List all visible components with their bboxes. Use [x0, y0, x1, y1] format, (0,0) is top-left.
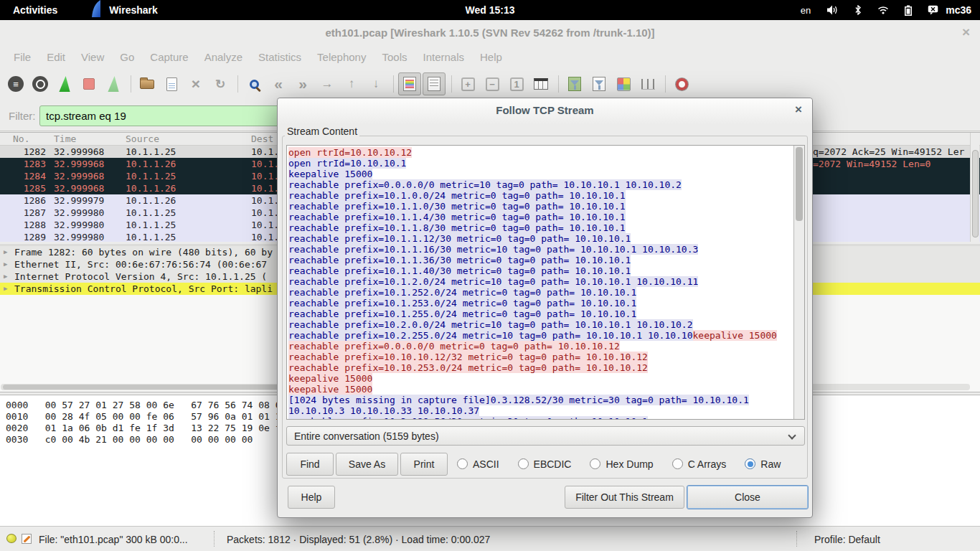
expander-icon[interactable]: ▶ [4, 248, 7, 255]
expander-icon[interactable]: ▶ [4, 260, 7, 268]
radio-hex-dump[interactable]: Hex Dump [590, 458, 653, 470]
activities-button[interactable]: Activities [7, 0, 63, 20]
capture-options-button[interactable] [29, 72, 52, 95]
column-header-no[interactable]: No. [13, 133, 29, 144]
menu-go[interactable]: Go [112, 51, 142, 63]
battery-icon[interactable] [905, 5, 912, 16]
scrollbar-thumb[interactable] [972, 150, 979, 237]
top-bar: Activities Wireshark Wed 15:13 en [0, 0, 980, 20]
open-capture-button[interactable] [136, 72, 159, 95]
capture-restart-button[interactable] [102, 72, 125, 95]
stream-segment-client: reachable prefix=10.1.1.4/30 metric=0 ta… [288, 212, 626, 222]
coloring-rules-button[interactable] [612, 72, 635, 95]
cell-src: 10.1.1.26 [126, 195, 176, 206]
help-button[interactable]: Help [288, 486, 335, 509]
packet-list-vscrollbar[interactable] [970, 133, 979, 242]
column-header-source[interactable]: Source [126, 133, 159, 144]
menu-analyze[interactable]: Analyze [197, 51, 250, 63]
dialog-titlebar[interactable]: Follow TCP Stream × [278, 98, 812, 127]
autoscroll-button[interactable] [423, 72, 446, 95]
go-forward-button[interactable]: » [291, 72, 314, 95]
menu-file[interactable]: File [6, 51, 39, 63]
zoom-100-button[interactable]: 1 [505, 72, 528, 95]
cell-src: 10.1.1.25 [126, 171, 176, 182]
find-packet-icon [250, 80, 259, 89]
radio-ebcdic[interactable]: EBCDIC [518, 458, 572, 470]
stream-segment-client: reachable prefix=10.2.0.0/24 metric=10 t… [288, 319, 693, 330]
user-menu-label[interactable]: mc36 [946, 4, 971, 16]
dialog-close-icon[interactable]: × [795, 103, 802, 117]
stream-segment-server: keepalive 15000 [693, 330, 777, 341]
resize-columns-button[interactable] [529, 72, 552, 95]
column-header-time[interactable]: Time [54, 133, 76, 144]
save-as-button[interactable]: Save As [336, 453, 398, 476]
capture-start-button[interactable] [53, 72, 76, 95]
column-header-dest[interactable]: Dest [251, 133, 273, 144]
menu-edit[interactable]: Edit [39, 51, 73, 63]
menu-statistics[interactable]: Statistics [250, 51, 309, 63]
reload-button[interactable]: ↻ [209, 72, 232, 95]
expander-icon[interactable]: ▶ [4, 273, 7, 280]
annotation-icon[interactable] [22, 534, 32, 544]
menu-tools[interactable]: Tools [374, 51, 415, 63]
expander-icon[interactable]: ▶ [4, 285, 7, 292]
close-button[interactable]: Close [687, 485, 809, 509]
window-close-icon[interactable]: × [962, 24, 970, 40]
go-back-button[interactable]: « [267, 72, 290, 95]
stream-line: reachable prefix=10.1.0.0/24 metric=0 ta… [288, 190, 793, 201]
colorize-button[interactable] [398, 72, 421, 95]
help-toolbar-button[interactable] [670, 72, 693, 95]
display-filter-button[interactable] [588, 72, 611, 95]
stream-line: reachable prefix=10.2.255.0/24 metric=10… [288, 330, 793, 341]
scrollbar-thumb[interactable] [796, 147, 803, 221]
capture-stop-button[interactable] [77, 72, 100, 95]
find-button[interactable]: Find [286, 453, 334, 476]
expert-info-icon[interactable] [6, 534, 17, 543]
stream-vscrollbar[interactable] [793, 146, 804, 419]
stream-line: 10.10.10.3 10.10.10.33 10.10.10.37 [288, 405, 793, 416]
go-top-button[interactable]: ↑ [340, 72, 363, 95]
stream-segment-client: reachable prefix=10.1.2.0/24 metric=10 t… [288, 276, 698, 287]
stream-segment-client: reachable prefix=10.1.0.0/24 metric=0 ta… [288, 190, 626, 201]
stream-line: reachable prefix=0.0.0.0/0 metric=10 tag… [288, 179, 793, 190]
status-profile[interactable]: Profile: Default [814, 534, 880, 545]
print-button[interactable]: Print [400, 453, 448, 476]
app-indicator[interactable]: Wireshark [90, 0, 158, 20]
go-to-packet-button[interactable]: → [316, 72, 339, 95]
zoom-out-button[interactable]: − [481, 72, 504, 95]
volume-icon[interactable] [826, 5, 839, 15]
cell-src: 10.1.1.25 [126, 146, 176, 157]
radio-ascii[interactable]: ASCII [457, 458, 499, 470]
wifi-icon[interactable] [877, 6, 889, 14]
save-capture-button[interactable] [160, 72, 183, 95]
menu-view[interactable]: View [73, 51, 112, 63]
status-bar: File: "eth101.pcap" 300 kB 00:0... Packe… [0, 526, 980, 551]
menu-internals[interactable]: Internals [415, 51, 472, 63]
conversation-select[interactable]: Entire conversation (5159 bytes) [286, 426, 805, 446]
stream-text-area[interactable]: open rtrId=10.10.10.12open rtrId=10.10.1… [286, 145, 805, 420]
radio-c-arrays[interactable]: C Arrays [672, 458, 727, 470]
find-packet-button[interactable] [242, 72, 265, 95]
menu-capture[interactable]: Capture [142, 51, 196, 63]
bluetooth-icon[interactable] [854, 5, 862, 15]
keyboard-layout-indicator[interactable]: en [801, 5, 811, 16]
zoom-in-button[interactable]: + [456, 72, 479, 95]
chat-icon[interactable] [928, 5, 938, 15]
preferences-button[interactable] [636, 72, 659, 95]
cell-src: 10.1.1.25 [126, 232, 176, 242]
filter-out-stream-button[interactable]: Filter Out This Stream [565, 486, 684, 509]
cell-no: 1288 [10, 220, 46, 230]
capture-options-icon [32, 76, 48, 92]
close-capture-button[interactable]: × [184, 72, 207, 95]
stream-segment-client: open rtrId=10.10.10.1 [288, 158, 406, 169]
radio-raw[interactable]: Raw [745, 458, 781, 470]
follow-tcp-stream-dialog: Follow TCP Stream × Stream Content open … [277, 98, 813, 518]
menu-help[interactable]: Help [472, 51, 510, 63]
list-interfaces-button[interactable]: ≡ [4, 72, 27, 95]
cell-src: 10.1.1.25 [126, 207, 176, 218]
capture-filter-button[interactable] [563, 72, 586, 95]
go-bottom-button[interactable]: ↓ [364, 72, 387, 95]
menu-telephony[interactable]: Telephony [309, 51, 374, 63]
screen: Activities Wireshark Wed 15:13 en [0, 0, 980, 551]
filter-label: Filter: [9, 110, 36, 122]
